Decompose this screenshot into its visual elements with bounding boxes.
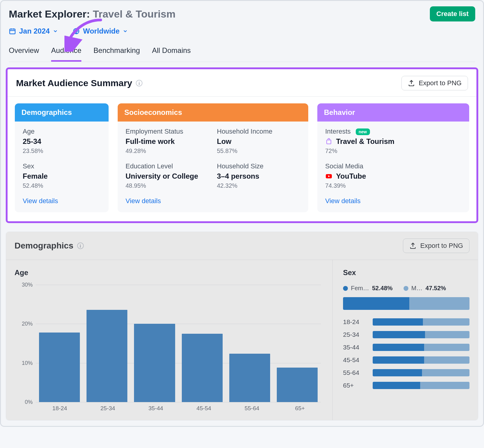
segment-behavior-title: Behavior (317, 103, 469, 122)
y-tick-label: 30% (15, 282, 33, 288)
metric-income-value: Low (217, 137, 300, 146)
legend-female-name: Fem… (351, 285, 369, 292)
legend-female-value: 52.48% (372, 285, 393, 292)
age-bar (277, 368, 318, 402)
metric-size-value: 3–4 persons (217, 172, 300, 180)
metric-employment-pct: 49.28% (126, 148, 209, 154)
metric-age: Age 25-34 23.58% (23, 128, 101, 154)
tab-bar: Overview Audience Benchmarking All Domai… (9, 44, 475, 62)
x-tick-label: 18-24 (36, 405, 84, 412)
segment-demographics-title: Demographics (15, 103, 109, 122)
metric-interests-label: Interests new (325, 128, 461, 135)
sex-rows: 18-2425-3435-4445-5455-6465+ (343, 318, 469, 389)
y-tick-label: 0% (15, 399, 33, 405)
metric-employment-label: Employment Status (126, 128, 209, 135)
x-tick-label: 55-64 (228, 405, 276, 412)
metric-interests-label-text: Interests (325, 128, 351, 135)
metric-social-pct: 74.39% (325, 182, 461, 189)
metric-social: Social Media YouTube 74.39% (325, 162, 461, 189)
date-filter[interactable]: Jan 2024 (9, 27, 58, 35)
legend-dot-icon (343, 286, 348, 291)
export-label: Export to PNG (420, 242, 463, 250)
sex-row: 35-44 (343, 344, 469, 351)
age-bar (182, 334, 223, 402)
summary-title: Market Audience Summary (16, 78, 132, 88)
new-badge: new (356, 128, 370, 135)
legend-dot-icon (404, 286, 408, 291)
date-filter-label: Jan 2024 (19, 27, 50, 35)
sex-row: 18-24 (343, 318, 469, 326)
x-tick-label: 35-44 (132, 405, 180, 412)
metric-interests-value-text: Travel & Tourism (336, 137, 394, 146)
metric-sex-label: Sex (23, 162, 101, 170)
tab-all-domains[interactable]: All Domains (152, 44, 191, 62)
page-title-sub: Travel & Tourism (93, 8, 175, 20)
metric-education-value: University or College (126, 172, 209, 180)
metric-education-label: Education Level (126, 162, 209, 170)
metric-social-label: Social Media (325, 162, 461, 170)
age-chart: Age 0%10%20%30%18-2425-3435-4445-5455-64… (6, 260, 333, 420)
sex-row: 25-34 (343, 331, 469, 338)
age-chart-title: Age (15, 268, 324, 277)
youtube-icon (325, 173, 332, 180)
region-filter[interactable]: Worldwide (73, 27, 128, 35)
chevron-down-icon (123, 28, 128, 34)
sex-row-label: 25-34 (343, 331, 367, 338)
segment-demographics: Demographics Age 25-34 23.58% Sex Female… (15, 103, 109, 212)
metric-size-label: Household Size (217, 162, 300, 170)
tab-overview[interactable]: Overview (9, 44, 39, 62)
tab-benchmarking[interactable]: Benchmarking (93, 44, 140, 62)
export-summary-button[interactable]: Export to PNG (401, 76, 468, 90)
page-title: Market Explorer: Travel & Tourism (9, 8, 175, 20)
x-tick-label: 45-54 (180, 405, 228, 412)
sex-overall-bar (343, 297, 469, 310)
calendar-icon (9, 28, 16, 35)
age-bar (134, 324, 175, 402)
sex-row-label: 45-54 (343, 356, 367, 364)
suitcase-icon (325, 138, 332, 145)
export-icon (409, 242, 417, 249)
sex-row-label: 35-44 (343, 344, 367, 351)
metric-sex: Sex Female 52.48% (23, 162, 101, 189)
demographics-title: Demographics (15, 241, 74, 251)
chevron-down-icon (53, 28, 58, 34)
x-tick-label: 25-34 (84, 405, 132, 412)
svg-rect-0 (10, 29, 15, 34)
metric-social-value: YouTube (325, 172, 461, 180)
sex-row: 45-54 (343, 356, 469, 364)
metric-age-value: 25-34 (23, 137, 101, 146)
age-bar (87, 310, 127, 402)
tab-audience[interactable]: Audience (51, 44, 81, 62)
metric-household-size: Household Size 3–4 persons 42.32% (217, 162, 300, 189)
metric-employment-value: Full-time work (126, 137, 209, 146)
info-icon[interactable]: i (136, 80, 142, 86)
y-tick-label: 20% (15, 321, 33, 327)
svg-rect-2 (327, 140, 331, 144)
metric-interests-pct: 72% (325, 148, 461, 154)
metric-education-pct: 48.95% (126, 182, 209, 189)
view-details-socioeconomics[interactable]: View details (126, 197, 300, 205)
legend-male-name: M… (411, 285, 423, 292)
export-demographics-button[interactable]: Export to PNG (403, 239, 469, 253)
globe-icon (73, 28, 80, 35)
metric-size-pct: 42.32% (217, 182, 300, 189)
y-tick-label: 10% (15, 360, 33, 366)
view-details-demographics[interactable]: View details (23, 197, 101, 205)
export-icon (408, 80, 415, 87)
sex-chart-title: Sex (343, 268, 469, 277)
view-details-behavior[interactable]: View details (325, 197, 461, 205)
export-label: Export to PNG (419, 79, 462, 87)
metric-sex-pct: 52.48% (23, 182, 101, 189)
page-title-prefix: Market Explorer: (9, 8, 90, 20)
metric-age-pct: 23.58% (23, 148, 101, 154)
metric-sex-value: Female (23, 172, 101, 180)
metric-employment: Employment Status Full-time work 49.28% (126, 128, 209, 154)
age-bar (229, 354, 270, 402)
sex-legend: Fem… 52.48% M… 47.52% (343, 285, 469, 292)
metric-education: Education Level University or College 48… (126, 162, 209, 189)
create-list-button[interactable]: Create list (430, 6, 475, 21)
metric-social-value-text: YouTube (336, 172, 366, 180)
metric-interests: Interests new Travel & Tourism 72% (325, 128, 461, 154)
info-icon[interactable]: i (77, 242, 84, 249)
sex-row-label: 18-24 (343, 318, 367, 326)
